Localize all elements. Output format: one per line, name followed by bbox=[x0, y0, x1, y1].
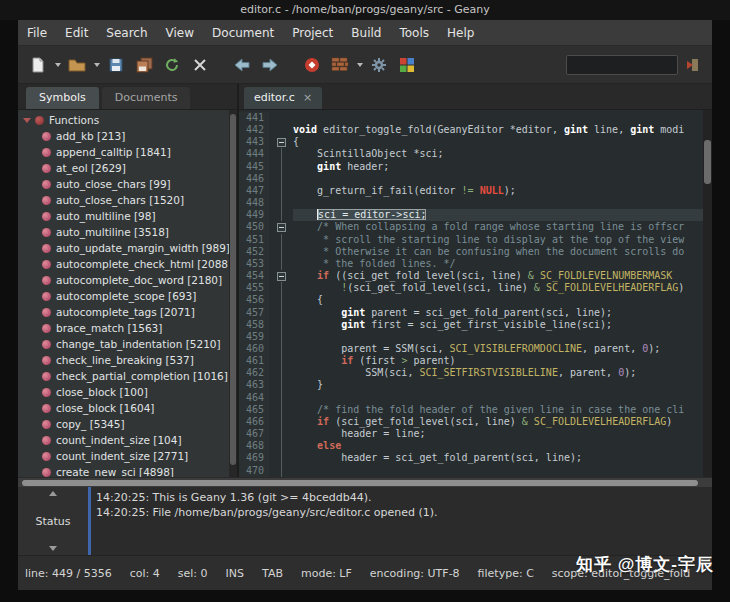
code-line[interactable]: 447 g_return_if_fail(editor != NULL); bbox=[239, 185, 703, 197]
scrollbar-thumb[interactable] bbox=[22, 480, 698, 486]
menu-file[interactable]: File bbox=[18, 21, 56, 45]
symbol-item[interactable]: append_calltip [1841] bbox=[18, 144, 229, 160]
line-number[interactable]: 454 bbox=[239, 270, 269, 282]
close-button[interactable] bbox=[187, 52, 213, 78]
menu-build[interactable]: Build bbox=[342, 21, 390, 45]
line-number[interactable]: 452 bbox=[239, 246, 269, 258]
line-number[interactable]: 453 bbox=[239, 258, 269, 270]
code-line[interactable]: 468 else bbox=[239, 440, 703, 452]
tab-symbols[interactable]: Symbols bbox=[26, 87, 99, 109]
line-number[interactable]: 459 bbox=[239, 331, 269, 343]
tab-close-icon[interactable]: × bbox=[303, 93, 312, 103]
editor-scrollbar[interactable] bbox=[703, 110, 712, 477]
line-number[interactable]: 469 bbox=[239, 452, 269, 464]
code-line[interactable]: 453 * the folded lines. */ bbox=[239, 258, 703, 270]
tab-documents[interactable]: Documents bbox=[102, 87, 191, 109]
window-titlebar[interactable]: editor.c - /home/ban/progs/geany/src - G… bbox=[0, 0, 730, 20]
line-number[interactable]: 444 bbox=[239, 148, 269, 160]
menu-tools[interactable]: Tools bbox=[390, 21, 438, 45]
code-line[interactable]: 459 bbox=[239, 331, 703, 343]
symbol-item[interactable]: autocomplete_scope [693] bbox=[18, 288, 229, 304]
code-line[interactable]: 446 bbox=[239, 173, 703, 185]
code-line[interactable]: 451 * scroll the starting line to displa… bbox=[239, 234, 703, 246]
code-line[interactable]: 457 gint parent = sci_get_fold_parent(sc… bbox=[239, 307, 703, 319]
line-number[interactable]: 441 bbox=[239, 112, 269, 124]
scrollbar-thumb[interactable] bbox=[704, 140, 711, 184]
menu-help[interactable]: Help bbox=[438, 21, 483, 45]
symbol-item[interactable]: at_eol [2629] bbox=[18, 160, 229, 176]
nav-forward-button[interactable] bbox=[257, 52, 283, 78]
line-number[interactable]: 451 bbox=[239, 234, 269, 246]
symbol-item[interactable]: autocomplete_tags [2071] bbox=[18, 304, 229, 320]
line-number[interactable]: 463 bbox=[239, 379, 269, 391]
code-line[interactable]: 449 sci = editor->sci; bbox=[239, 209, 703, 221]
code-line[interactable]: 463 } bbox=[239, 379, 703, 391]
symbol-item[interactable]: autocomplete_check_html [2088] bbox=[18, 256, 229, 272]
menu-project[interactable]: Project bbox=[283, 21, 342, 45]
code-line[interactable]: 443{ bbox=[239, 136, 703, 148]
symbol-item[interactable]: auto_multiline [98] bbox=[18, 208, 229, 224]
search-input[interactable] bbox=[566, 55, 678, 75]
code-line[interactable]: 462 SSM(sci, SCI_SETFIRSTVISIBLELINE, pa… bbox=[239, 367, 703, 379]
line-number[interactable]: 457 bbox=[239, 307, 269, 319]
menu-edit[interactable]: Edit bbox=[56, 21, 97, 45]
symbol-item[interactable]: add_kb [213] bbox=[18, 128, 229, 144]
line-number[interactable]: 464 bbox=[239, 392, 269, 404]
open-file-button[interactable] bbox=[64, 52, 90, 78]
line-number[interactable]: 448 bbox=[239, 197, 269, 209]
expander-icon[interactable] bbox=[23, 118, 31, 123]
code-line[interactable]: 454 if ((sci_get_fold_level(sci, line) &… bbox=[239, 270, 703, 282]
line-number[interactable]: 461 bbox=[239, 355, 269, 367]
new-file-dropdown[interactable] bbox=[52, 52, 63, 78]
horizontal-scrollbar[interactable] bbox=[18, 477, 712, 487]
menu-document[interactable]: Document bbox=[203, 21, 283, 45]
sidebar-scrollbar[interactable] bbox=[229, 110, 237, 477]
line-number[interactable]: 467 bbox=[239, 428, 269, 440]
line-number[interactable]: 455 bbox=[239, 282, 269, 294]
code-line[interactable]: 456 { bbox=[239, 294, 703, 306]
code-area[interactable]: 441442void editor_toggle_fold(GeanyEdito… bbox=[239, 110, 703, 477]
tab-status[interactable]: Status bbox=[35, 515, 70, 528]
new-file-button[interactable] bbox=[25, 52, 51, 78]
line-number[interactable]: 462 bbox=[239, 367, 269, 379]
line-number[interactable]: 470 bbox=[239, 465, 269, 477]
code-line[interactable]: 461 if (first > parent) bbox=[239, 355, 703, 367]
code-line[interactable]: 455 !(sci_get_fold_level(sci, line) & SC… bbox=[239, 282, 703, 294]
symbol-item[interactable]: auto_close_chars [1520] bbox=[18, 192, 229, 208]
symbol-item[interactable]: autocomplete_doc_word [2180] bbox=[18, 272, 229, 288]
line-number[interactable]: 468 bbox=[239, 440, 269, 452]
status-message[interactable]: 14:20:25: File /home/ban/progs/geany/src… bbox=[96, 505, 712, 520]
status-message[interactable]: 14:20:25: This is Geany 1.36 (git >= 4bc… bbox=[96, 490, 712, 505]
compile-button[interactable] bbox=[299, 52, 325, 78]
code-line[interactable]: 470 bbox=[239, 465, 703, 477]
fold-collapse-icon[interactable] bbox=[277, 223, 286, 232]
symbol-item[interactable]: auto_multiline [3518] bbox=[18, 224, 229, 240]
tabs-scroll-down-icon[interactable] bbox=[49, 546, 57, 551]
symbol-item[interactable]: auto_close_chars [99] bbox=[18, 176, 229, 192]
code-line[interactable]: 452 * Otherwise it can be confusing when… bbox=[239, 246, 703, 258]
build-dropdown[interactable] bbox=[354, 52, 365, 78]
line-number[interactable]: 443 bbox=[239, 136, 269, 148]
menu-view[interactable]: View bbox=[157, 21, 203, 45]
line-number[interactable]: 447 bbox=[239, 185, 269, 197]
code-line[interactable]: 458 gint first = sci_get_first_visible_l… bbox=[239, 319, 703, 331]
line-number[interactable]: 458 bbox=[239, 319, 269, 331]
quit-button[interactable] bbox=[679, 52, 705, 78]
code-line[interactable]: 465 /* find the fold header of the given… bbox=[239, 404, 703, 416]
symbol-item[interactable]: brace_match [1563] bbox=[18, 320, 229, 336]
reload-button[interactable] bbox=[159, 52, 185, 78]
tab-editor-c[interactable]: editor.c × bbox=[244, 87, 322, 109]
code-line[interactable]: 444 ScintillaObject *sci; bbox=[239, 148, 703, 160]
symbol-item[interactable]: count_indent_size [104] bbox=[18, 432, 229, 448]
save-button[interactable] bbox=[103, 52, 129, 78]
save-all-button[interactable] bbox=[131, 52, 157, 78]
scrollbar-thumb[interactable] bbox=[230, 114, 236, 465]
fold-marker[interactable] bbox=[269, 270, 293, 282]
code-line[interactable]: 450 /* When collapsing a fold range whos… bbox=[239, 221, 703, 233]
code-line[interactable]: 467 header = line; bbox=[239, 428, 703, 440]
line-number[interactable]: 445 bbox=[239, 161, 269, 173]
code-line[interactable]: 460 parent = SSM(sci, SCI_VISIBLEFROMDOC… bbox=[239, 343, 703, 355]
symbol-item[interactable]: count_indent_size [2771] bbox=[18, 448, 229, 464]
tabs-scroll-up-icon[interactable] bbox=[49, 491, 57, 496]
run-button[interactable] bbox=[366, 52, 392, 78]
